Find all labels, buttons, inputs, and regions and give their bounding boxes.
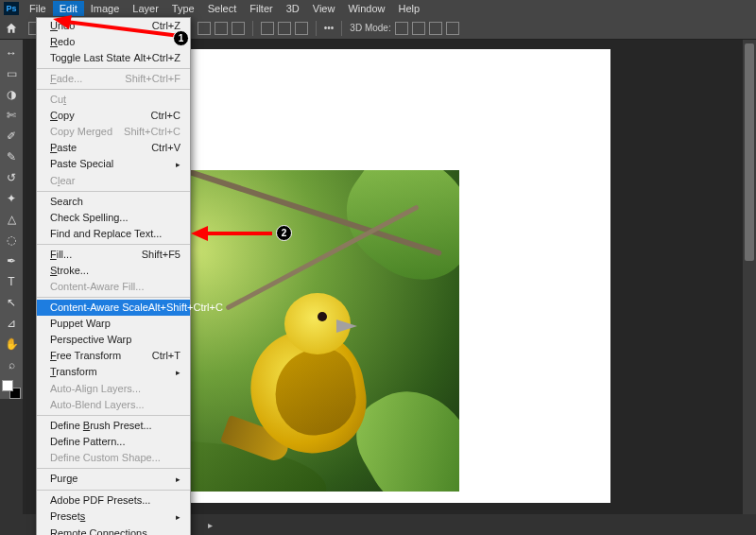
- callout-2: 2: [276, 225, 292, 241]
- clone-tool-icon[interactable]: ↺: [2, 168, 21, 187]
- menu-separator: [37, 89, 190, 90]
- menu-item-copy-merged: Copy MergedShift+Ctrl+C: [37, 124, 190, 140]
- menu-item-purge[interactable]: Purge: [37, 471, 190, 488]
- eyedropper-tool-icon[interactable]: ✐: [2, 127, 21, 146]
- vertical-scrollbar[interactable]: [743, 40, 756, 514]
- menu-filter[interactable]: Filter: [243, 1, 279, 16]
- menu-separator: [37, 415, 190, 416]
- menu-edit[interactable]: Edit: [53, 1, 84, 16]
- type-tool-icon[interactable]: T: [2, 272, 21, 291]
- menu-item-paste-special[interactable]: Paste Special: [37, 156, 190, 173]
- home-icon[interactable]: [4, 21, 19, 36]
- svg-line-0: [66, 22, 180, 36]
- hand-tool-icon[interactable]: ✋: [2, 335, 21, 354]
- menu-item-cut: Cut: [37, 92, 190, 108]
- menu-item-define-pattern[interactable]: Define Pattern...: [37, 434, 190, 450]
- edit-menu-dropdown: UndoCtrl+ZRedoToggle Last StateAlt+Ctrl+…: [36, 17, 191, 535]
- menu-select[interactable]: Select: [201, 1, 244, 16]
- menu-separator: [37, 490, 190, 491]
- menu-item-clear: Clear: [37, 173, 190, 189]
- menu-help[interactable]: Help: [392, 1, 427, 16]
- marquee-tool-icon[interactable]: ▭: [2, 64, 21, 83]
- option-3d-mode: 3D Mode:: [350, 23, 390, 33]
- lasso-tool-icon[interactable]: ◑: [2, 85, 21, 104]
- menu-separator: [37, 191, 190, 192]
- menu-item-stroke[interactable]: Stroke...: [37, 263, 190, 279]
- menu-item-auto-blend-layers: Auto-Blend Layers...: [37, 397, 190, 413]
- menu-item-content-aware-scale[interactable]: Content-Aware ScaleAlt+Shift+Ctrl+C: [37, 300, 190, 316]
- menu-item-define-custom-shape: Define Custom Shape...: [37, 450, 190, 466]
- menu-item-copy[interactable]: CopyCtrl+C: [37, 108, 190, 124]
- menu-type[interactable]: Type: [165, 1, 201, 16]
- dodge-tool-icon[interactable]: ◌: [2, 231, 21, 250]
- distribute-icon[interactable]: [261, 22, 274, 35]
- menu-item-free-transform[interactable]: Free TransformCtrl+T: [37, 348, 190, 364]
- menu-item-transform[interactable]: Transform: [37, 364, 190, 381]
- menu-file[interactable]: File: [23, 1, 53, 16]
- menu-item-fade: Fade...Shift+Ctrl+F: [37, 71, 190, 87]
- shape-tool-icon[interactable]: ⊿: [2, 314, 21, 333]
- menu-item-fill[interactable]: Fill...Shift+F5: [37, 247, 190, 263]
- align-icon[interactable]: [232, 22, 245, 35]
- tools-panel: ↔ ▭ ◑ ✄ ✐ ✎ ↺ ✦ △ ◌ ✒ T ↖ ⊿ ✋ ⌕: [0, 40, 23, 399]
- brush-tool-icon[interactable]: ✎: [2, 147, 21, 166]
- menu-separator: [37, 468, 190, 469]
- menu-item-paste[interactable]: PasteCtrl+V: [37, 140, 190, 156]
- color-swatches[interactable]: [2, 380, 21, 399]
- more-icon[interactable]: •••: [324, 23, 335, 33]
- pen-tool-icon[interactable]: ✒: [2, 251, 21, 270]
- annotation-arrow-2: [191, 222, 276, 245]
- menu-item-adobe-pdf-presets[interactable]: Adobe PDF Presets...: [37, 492, 190, 509]
- menu-3d[interactable]: 3D: [280, 1, 306, 16]
- crop-tool-icon[interactable]: ✄: [2, 106, 21, 125]
- menu-image[interactable]: Image: [84, 1, 127, 16]
- menu-item-content-aware-fill: Content-Aware Fill...: [37, 279, 190, 295]
- fg-color-swatch[interactable]: [2, 380, 13, 391]
- svg-marker-3: [191, 226, 208, 241]
- chevron-right-icon[interactable]: ▸: [208, 520, 213, 530]
- menu-item-auto-align-layers: Auto-Align Layers...: [37, 381, 190, 397]
- menu-item-remote-connections[interactable]: Remote Connections...: [37, 526, 190, 535]
- menu-view[interactable]: View: [306, 1, 342, 16]
- menu-item-puppet-warp[interactable]: Puppet Warp: [37, 316, 190, 332]
- svg-marker-1: [53, 15, 72, 29]
- bird-subject: [223, 284, 384, 463]
- threeD-icon[interactable]: [429, 22, 442, 35]
- menu-window[interactable]: Window: [341, 1, 391, 16]
- menu-item-presets[interactable]: Presets: [37, 509, 190, 526]
- menu-item-check-spelling[interactable]: Check Spelling...: [37, 210, 190, 226]
- threeD-icon[interactable]: [412, 22, 425, 35]
- zoom-tool-icon[interactable]: ⌕: [2, 355, 21, 374]
- gradient-tool-icon[interactable]: △: [2, 210, 21, 229]
- healing-tool-icon[interactable]: ✦: [2, 189, 21, 208]
- align-icon[interactable]: [215, 22, 228, 35]
- menu-item-toggle-last-state[interactable]: Toggle Last StateAlt+Ctrl+Z: [37, 50, 190, 66]
- menu-separator: [37, 68, 190, 69]
- threeD-icon[interactable]: [446, 22, 459, 35]
- menu-item-perspective-warp[interactable]: Perspective Warp: [37, 332, 190, 348]
- path-tool-icon[interactable]: ↖: [2, 293, 21, 312]
- menu-layer[interactable]: Layer: [126, 1, 165, 16]
- menu-separator: [37, 244, 190, 245]
- callout-1: 1: [173, 30, 189, 46]
- distribute-icon[interactable]: [295, 22, 308, 35]
- align-icon[interactable]: [198, 22, 211, 35]
- move-tool-icon[interactable]: ↔: [2, 43, 21, 62]
- menu-separator: [37, 297, 190, 298]
- threeD-icon[interactable]: [395, 22, 408, 35]
- app-logo: Ps: [4, 2, 19, 15]
- menu-item-find-and-replace-text[interactable]: Find and Replace Text...: [37, 226, 190, 242]
- annotation-arrow-1: [53, 15, 183, 43]
- menu-item-search[interactable]: Search: [37, 194, 190, 210]
- distribute-icon[interactable]: [278, 22, 291, 35]
- menu-item-define-brush-preset[interactable]: Define Brush Preset...: [37, 418, 190, 434]
